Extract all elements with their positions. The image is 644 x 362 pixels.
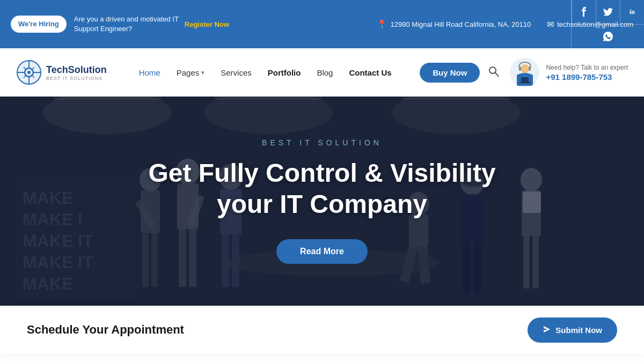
nav-services[interactable]: Services: [221, 68, 252, 77]
svg-point-10: [521, 64, 529, 73]
nav-contact[interactable]: Contact Us: [349, 68, 391, 77]
address-item: 📍 12980 Mignal Hill Road California, NA,…: [377, 19, 531, 29]
nav-links: Home Pages ▾ Services Portfolio Blog Con…: [139, 68, 415, 77]
support-avatar: [510, 58, 539, 87]
register-link[interactable]: Register Now: [185, 20, 229, 28]
svg-rect-13: [521, 77, 529, 82]
appointment-title: Schedule Your Appointment: [27, 323, 184, 337]
logo-text: TechSolution BEST IT SOLUTIONS: [46, 64, 107, 81]
support-text: Need help? Talk to an expert: [546, 63, 628, 72]
send-icon: [543, 325, 551, 335]
pages-chevron-icon: ▾: [201, 69, 204, 76]
social-icons-group: in: [571, 0, 644, 48]
logo-name: TechSolution: [46, 64, 107, 76]
nav-pages[interactable]: Pages ▾: [177, 68, 205, 77]
svg-line-8: [495, 73, 499, 76]
social-row-bottom: [572, 24, 644, 49]
submit-button[interactable]: Submit Now: [528, 317, 617, 343]
hero-title: Get Fully Control & Visibility your IT C…: [148, 158, 495, 219]
support-info: Need help? Talk to an expert +91 1899-78…: [546, 63, 628, 82]
nav-home[interactable]: Home: [139, 68, 160, 77]
send-icon: ✉: [547, 19, 554, 29]
twitter-icon[interactable]: [596, 0, 620, 24]
hero-section: MAKE MAKE I MAKE IT MAKE IT MAKE: [0, 97, 644, 306]
address-text: 12980 Mignal Hill Road California, NA, 2…: [391, 20, 531, 28]
support-phone[interactable]: +91 1899-785-753: [546, 72, 628, 82]
read-more-button[interactable]: Read More: [276, 239, 368, 264]
svg-point-6: [27, 71, 31, 74]
whatsapp-icon[interactable]: [596, 25, 620, 49]
hiring-description: Are you a driven and motivated IT Suppor…: [74, 14, 181, 34]
nav-portfolio[interactable]: Portfolio: [268, 68, 301, 77]
buy-now-button[interactable]: Buy Now: [420, 63, 480, 83]
logo[interactable]: TechSolution BEST IT SOLUTIONS: [16, 60, 107, 85]
search-icon[interactable]: [488, 66, 499, 79]
logo-icon: [16, 60, 42, 85]
support-section: Need help? Talk to an expert +91 1899-78…: [510, 58, 628, 87]
top-bar: We're Hiring Are you a driven and motiva…: [0, 0, 644, 48]
logo-tagline: BEST IT SOLUTIONS: [46, 76, 107, 81]
hero-content: BEST IT SOLUTION Get Fully Control & Vis…: [148, 138, 495, 263]
social-row-top: in: [572, 0, 644, 24]
svg-rect-14: [519, 82, 531, 83]
location-icon: 📍: [377, 19, 387, 29]
appointment-bar: Schedule Your Appointment Submit Now: [0, 306, 644, 354]
hero-subtitle: BEST IT SOLUTION: [148, 138, 495, 147]
hiring-button[interactable]: We're Hiring: [11, 16, 67, 33]
nav-blog[interactable]: Blog: [317, 68, 333, 77]
linkedin-icon[interactable]: in: [620, 0, 644, 24]
svg-point-7: [489, 67, 496, 73]
navbar: TechSolution BEST IT SOLUTIONS Home Page…: [0, 48, 644, 97]
facebook-icon[interactable]: [572, 0, 596, 24]
